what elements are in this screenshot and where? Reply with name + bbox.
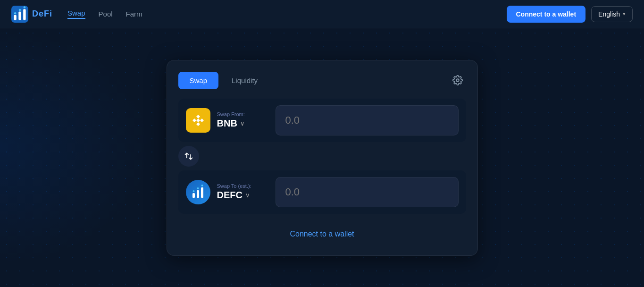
connect-wallet-section: Connect to a wallet [178,224,466,244]
swap-from-input[interactable] [276,105,459,135]
chevron-down-icon: ▾ [623,11,626,17]
swap-from-token-name: BNB [217,118,237,129]
token-to-chevron-icon: ∨ [245,192,250,199]
swap-from-row: Swap From: BNB ∨ [178,99,466,142]
language-label: English [598,10,620,18]
bnb-icon [186,108,210,133]
tab-group: Swap Liquidity [178,72,449,89]
swap-card: Swap Liquidity [167,60,478,256]
swap-from-info: Swap From: BNB ∨ [217,111,269,129]
bnb-logo [191,113,206,128]
defc-logo [191,185,206,200]
nav-farm[interactable]: Farm [126,10,142,18]
svg-point-13 [201,185,203,186]
swap-from-token-selector[interactable]: BNB ∨ [217,118,269,129]
swap-arrows-icon [184,152,193,161]
swap-to-input[interactable] [276,177,459,207]
language-selector[interactable]: English ▾ [591,6,633,22]
swap-to-row: Swap To (est.): DEFC ∨ [178,170,466,214]
svg-rect-8 [192,193,195,198]
swap-to-token-name: DEFC [217,190,243,201]
svg-point-7 [456,79,459,82]
svg-rect-2 [18,11,21,20]
svg-rect-10 [201,187,203,198]
nav-pool[interactable]: Pool [99,10,113,18]
tab-swap[interactable]: Swap [178,72,219,89]
settings-button[interactable] [449,72,466,89]
tab-liquidity[interactable]: Liquidity [220,72,269,89]
swap-from-label: Swap From: [217,111,269,117]
defi-logo-icon [11,6,28,23]
svg-rect-1 [14,15,16,20]
defc-icon [186,180,210,204]
settings-icon [452,75,463,85]
connect-wallet-link[interactable]: Connect to a wallet [290,230,354,238]
svg-point-5 [19,8,21,11]
nav-links: Swap Pool Farm [67,9,506,19]
svg-point-4 [14,12,16,14]
svg-rect-3 [23,9,25,20]
svg-point-12 [197,187,199,189]
swap-to-info: Swap To (est.): DEFC ∨ [217,183,269,201]
navbar: DeFi Swap Pool Farm Connect to a wallet … [0,0,644,28]
svg-point-11 [192,190,194,192]
svg-point-6 [24,6,26,8]
swap-direction-button[interactable] [178,146,199,167]
svg-rect-9 [197,190,199,198]
swap-to-label: Swap To (est.): [217,183,269,189]
navbar-connect-button[interactable]: Connect to a wallet [507,6,586,23]
swap-to-token-selector[interactable]: DEFC ∨ [217,190,269,201]
token-from-chevron-icon: ∨ [240,120,245,127]
brand-name: DeFi [32,9,52,19]
tab-row: Swap Liquidity [178,72,466,89]
nav-swap[interactable]: Swap [67,9,85,19]
logo-area: DeFi [11,6,52,23]
main-content: Swap Liquidity [0,28,644,287]
nav-right: Connect to a wallet English ▾ [507,6,633,23]
